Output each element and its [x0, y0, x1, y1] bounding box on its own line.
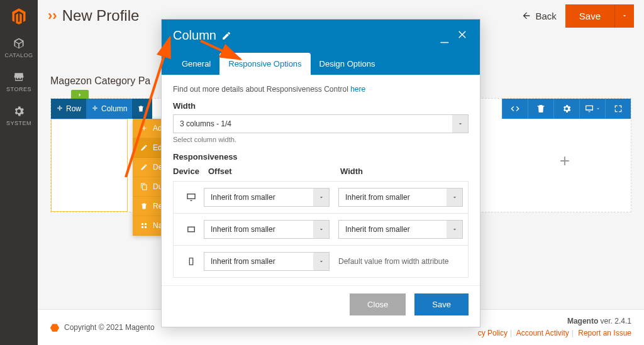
element-column[interactable]: Column	[86, 99, 132, 119]
dialog-close-btn[interactable]: Close	[350, 293, 406, 315]
navigator-icon	[140, 222, 148, 229]
brand-icon: ››	[48, 8, 57, 24]
caret-down-icon	[313, 188, 330, 207]
width-cell-select[interactable]: Inherit from smaller	[338, 188, 463, 207]
offset-select[interactable]: Inherit from smaller	[204, 252, 330, 271]
selected-column-outline	[51, 119, 128, 212]
toolbar-code-button[interactable]	[502, 99, 528, 119]
monitor-icon	[584, 104, 594, 114]
responsiveness-hint: Find out more details about Responsivene…	[173, 85, 469, 94]
sidebar-item-stores[interactable]: STORES	[0, 65, 38, 99]
dialog-body: Find out more details about Responsivene…	[162, 75, 480, 285]
footer-link-activity[interactable]: Account Activity	[516, 329, 569, 337]
copy-icon	[140, 183, 148, 190]
sidebar-item-system[interactable]: SYSTEM	[0, 99, 38, 133]
footer-link-report[interactable]: Report an Issue	[578, 329, 631, 337]
sidebar-item-label: STORES	[6, 86, 31, 92]
sidebar-item-label: CATALOG	[4, 52, 33, 58]
dialog-save-btn[interactable]: Save	[414, 293, 469, 315]
footer-copyright: Copyright © 2021 Magento	[64, 323, 155, 332]
element-breadcrumb: Row Column	[51, 99, 152, 119]
toolbar-settings-button[interactable]	[553, 99, 579, 119]
element-remove[interactable]	[132, 99, 152, 119]
table-row: Inherit from smaller Default value from …	[174, 246, 468, 277]
arrow-left-icon	[521, 11, 531, 21]
dialog-header: Column _ General Responsive Options Desi…	[162, 19, 480, 75]
width-label: Width	[173, 101, 469, 111]
caret-down-icon	[447, 220, 463, 239]
store-icon	[13, 71, 25, 84]
toolbar-fullscreen-button[interactable]	[605, 99, 631, 119]
responsiveness-label: Responsiveness	[173, 152, 469, 162]
dialog-tabs: General Responsive Options Design Option…	[173, 53, 469, 75]
fullscreen-icon	[613, 104, 623, 114]
tablet-landscape-icon	[179, 224, 204, 235]
width-cell-default-text: Default value from width attribute	[338, 253, 463, 270]
gear-icon	[562, 104, 572, 114]
responsiveness-hint-link[interactable]: here	[350, 85, 365, 94]
move-icon	[91, 105, 99, 112]
width-select[interactable]: 3 columns - 1/4	[173, 114, 469, 133]
offset-select[interactable]: Inherit from smaller	[204, 220, 330, 239]
save-dropdown-button[interactable]	[614, 4, 634, 28]
plus-icon	[140, 124, 148, 132]
trash-icon	[137, 105, 145, 112]
chevron-right-icon	[77, 92, 83, 98]
dialog-footer: Close Save	[162, 285, 480, 327]
dialog-title: Column	[173, 28, 216, 43]
magento-logo-icon[interactable]	[10, 4, 28, 31]
sidebar-item-catalog[interactable]: CATALOG	[0, 31, 38, 65]
element-row[interactable]: Row	[51, 99, 86, 119]
page-title: ›› New Profile	[48, 7, 139, 25]
builder-toolbar	[502, 99, 631, 119]
trash-icon	[536, 104, 546, 114]
pencil-icon[interactable]	[221, 31, 231, 41]
caret-down-icon	[452, 114, 469, 133]
admin-sidebar: CATALOG STORES SYSTEM	[0, 0, 38, 345]
table-row: Inherit from smaller Inherit from smalle…	[174, 214, 468, 246]
magento-footer-icon: ⬣	[50, 322, 59, 334]
caret-down-icon	[313, 220, 330, 239]
responsiveness-table: Inherit from smaller Inherit from smalle…	[173, 181, 469, 278]
width-note: Select column width.	[173, 136, 469, 143]
monitor-icon	[179, 192, 204, 203]
caret-down-icon	[621, 13, 628, 19]
close-icon	[457, 29, 469, 40]
width-cell-select[interactable]: Inherit from smaller	[338, 220, 463, 239]
toolbar-delete-button[interactable]	[528, 99, 553, 119]
caret-down-icon	[596, 106, 601, 111]
tab-design-options[interactable]: Design Options	[311, 53, 384, 75]
dialog-close-button[interactable]	[457, 29, 469, 42]
save-button[interactable]: Save	[565, 4, 614, 28]
pencil-icon	[140, 163, 148, 171]
sidebar-item-label: SYSTEM	[6, 120, 31, 126]
caret-down-icon	[447, 188, 463, 207]
add-content-button[interactable]: +	[499, 126, 631, 195]
footer-link-privacy[interactable]: cy Policy	[478, 329, 508, 337]
offset-select[interactable]: Inherit from smaller	[204, 188, 330, 207]
table-row: Inherit from smaller Inherit from smalle…	[174, 182, 468, 214]
cube-icon	[13, 37, 25, 50]
caret-down-icon	[313, 252, 330, 271]
code-icon	[510, 104, 520, 114]
column-settings-dialog: Column _ General Responsive Options Desi…	[161, 19, 480, 327]
responsiveness-table-header: Device Offset Width	[173, 167, 469, 176]
move-icon	[56, 105, 64, 112]
gear-icon	[13, 105, 25, 118]
tab-responsive-options[interactable]: Responsive Options	[219, 53, 310, 75]
tab-general[interactable]: General	[173, 53, 219, 75]
trash-icon	[140, 202, 148, 210]
save-button-group: Save	[565, 4, 634, 28]
back-button[interactable]: Back	[521, 11, 556, 21]
tablet-portrait-icon	[179, 256, 204, 267]
toolbar-viewport-button[interactable]	[579, 99, 605, 119]
pencil-icon	[140, 144, 148, 151]
